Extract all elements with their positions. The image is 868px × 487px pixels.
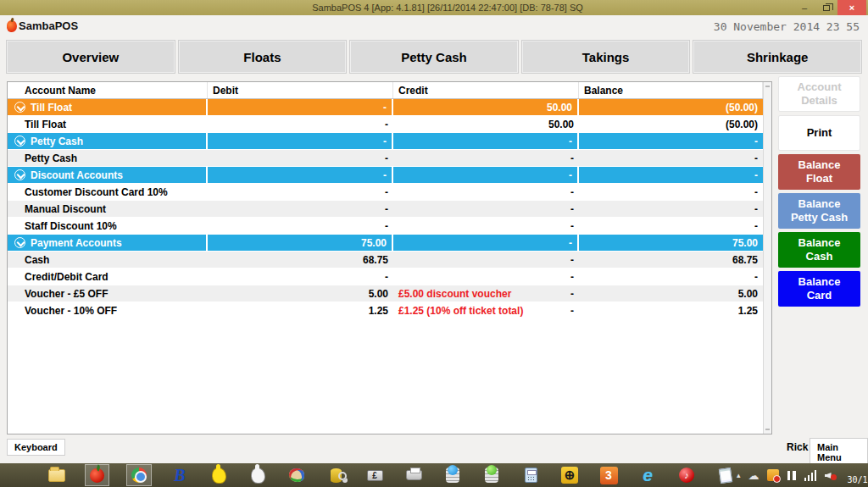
- blue-b-app-icon: B: [174, 466, 185, 485]
- app-alert-icon[interactable]: [767, 469, 779, 481]
- notepad-icon: [719, 468, 732, 484]
- network-signal-icon[interactable]: [804, 469, 817, 481]
- account-name: Discount Accounts: [31, 169, 123, 181]
- account-name-cell: Payment Accounts: [8, 235, 208, 251]
- account-row-petty-cash[interactable]: Petty Cash---: [8, 150, 763, 167]
- vertical-scrollbar[interactable]: [763, 82, 771, 434]
- database-key-icon[interactable]: [325, 464, 347, 486]
- debit-cell: -: [208, 218, 393, 234]
- account-name-cell: Cash: [8, 252, 208, 268]
- volume-muted-icon[interactable]: [825, 470, 837, 480]
- chrome-icon[interactable]: [126, 464, 152, 486]
- taskbar-clock[interactable]: 23:55 30/11/2014: [848, 465, 868, 485]
- credit-value: -: [570, 305, 574, 317]
- receipt-printer-icon: [406, 470, 422, 480]
- balance-float-button[interactable]: BalanceFloat: [778, 154, 860, 190]
- brand-name: SambaPOS: [19, 19, 78, 32]
- account-row-manual-discount[interactable]: Manual Discount---: [8, 201, 763, 218]
- balance-cell: (50.00): [579, 116, 763, 132]
- credit-value: 50.00: [548, 119, 574, 130]
- tab-floats[interactable]: Floats: [179, 41, 347, 73]
- scroll-down-arrow[interactable]: [765, 429, 770, 430]
- restore-button[interactable]: [815, 0, 837, 15]
- account-row-staff-discount-10[interactable]: Staff Discount 10%---: [8, 218, 763, 235]
- expand-collapse-icon[interactable]: [14, 237, 25, 248]
- expand-collapse-icon[interactable]: [14, 169, 25, 180]
- account-row-customer-discount-card-10[interactable]: Customer Discount Card 10%---: [8, 184, 763, 201]
- group-row-petty-cash[interactable]: Petty Cash---: [8, 133, 763, 150]
- calculator-icon[interactable]: [520, 464, 542, 486]
- credit-cell: -: [393, 201, 579, 217]
- credit-cell: 50.00: [393, 99, 579, 115]
- credit-cell: -: [393, 150, 579, 166]
- blue-b-app-icon[interactable]: B: [169, 464, 191, 486]
- banknotes-icon[interactable]: £: [364, 464, 386, 486]
- paint-palette-icon: [289, 468, 304, 482]
- balance-card-button[interactable]: BalanceCard: [778, 271, 860, 307]
- hidden-icons-arrow-icon[interactable]: ▴: [737, 471, 741, 479]
- credit-cell: -: [393, 218, 579, 234]
- notepad-icon[interactable]: [715, 464, 737, 486]
- file-explorer-icon[interactable]: [46, 464, 68, 486]
- group-row-discount-accounts[interactable]: Discount Accounts---: [8, 167, 763, 184]
- yellow-hand-icon[interactable]: [208, 464, 230, 486]
- credit-value: -: [570, 203, 574, 215]
- expand-collapse-icon[interactable]: [14, 136, 25, 147]
- sambapos-apple-icon[interactable]: [85, 464, 109, 486]
- account-name: Manual Discount: [25, 203, 106, 215]
- button-label-line: Details: [801, 94, 837, 108]
- globe-icon[interactable]: ⊕: [559, 464, 581, 486]
- debit-cell: -: [208, 99, 393, 115]
- account-name-cell: Voucher - £5 OFF: [8, 285, 208, 302]
- window-title: SambaPOS 4 [App: 4.1.81] [26/11/2014 22:…: [0, 3, 793, 13]
- account-row-cash[interactable]: Cash68.75-68.75: [8, 252, 763, 268]
- account-name-cell: Till Float: [8, 116, 208, 132]
- tab-petty-cash[interactable]: Petty Cash: [350, 41, 518, 73]
- credit-cell: -: [393, 235, 579, 251]
- tab-shrinkage[interactable]: Shrinkage: [693, 41, 861, 73]
- minimize-button[interactable]: –: [793, 0, 815, 15]
- print-button[interactable]: Print: [778, 115, 860, 151]
- white-hand-icon[interactable]: [247, 464, 269, 486]
- accounts-grid: Account NameDebitCreditBalance Till Floa…: [7, 81, 772, 434]
- main-menu-button[interactable]: Main Menu: [810, 438, 868, 467]
- receipt-printer-icon[interactable]: [403, 464, 425, 486]
- balance-cell: 75.00: [579, 235, 763, 251]
- close-button[interactable]: ×: [837, 0, 866, 15]
- account-name-cell: Petty Cash: [8, 150, 208, 166]
- keyboard-button[interactable]: Keyboard: [7, 439, 65, 456]
- scroll-up-arrow[interactable]: [765, 86, 770, 87]
- group-row-till-float[interactable]: Till Float-50.00(50.00): [8, 99, 763, 116]
- three-network-icon: 3: [600, 467, 618, 484]
- credit-cell: 50.00: [393, 116, 579, 132]
- removable-device-icon[interactable]: [787, 469, 797, 481]
- group-row-payment-accounts[interactable]: Payment Accounts75.00-75.00: [8, 235, 763, 252]
- credit-value: -: [569, 237, 572, 249]
- account-row-till-float[interactable]: Till Float-50.00(50.00): [8, 116, 763, 133]
- database-green-smiley-icon[interactable]: [481, 464, 503, 486]
- start-icon[interactable]: [7, 464, 29, 486]
- expand-collapse-icon[interactable]: [14, 102, 25, 113]
- account-row-credit-debit-card[interactable]: Credit/Debit Card---: [8, 268, 763, 285]
- system-tray: ▴☁ 23:55 30/11/2014: [737, 465, 868, 485]
- balance-cash-button[interactable]: BalanceCash: [778, 232, 860, 268]
- internet-explorer-icon: e: [643, 465, 653, 485]
- start-icon: [10, 468, 25, 483]
- account-row-voucher-10-off[interactable]: Voucher - 10% OFF1.25£1.25 (10% off tick…: [8, 302, 763, 319]
- debit-cell: 68.75: [208, 252, 393, 268]
- internet-explorer-icon[interactable]: e: [637, 464, 659, 486]
- tab-overview[interactable]: Overview: [7, 41, 175, 73]
- itunes-icon[interactable]: ♪: [676, 464, 698, 486]
- database-blue-smiley-icon[interactable]: [442, 464, 464, 486]
- credit-value: -: [570, 254, 574, 266]
- account-row-voucher-5-off[interactable]: Voucher - £5 OFF5.00£5.00 discount vouch…: [8, 285, 763, 302]
- balance-petty-cash-button[interactable]: BalancePetty Cash: [778, 193, 860, 229]
- paint-palette-icon[interactable]: [286, 464, 308, 486]
- window-titlebar: SambaPOS 4 [App: 4.1.81] [26/11/2014 22:…: [0, 0, 868, 15]
- onedrive-cloud-icon[interactable]: ☁: [748, 469, 760, 482]
- credit-cell: -: [393, 268, 579, 285]
- account-details-button: AccountDetails: [778, 76, 860, 112]
- three-network-icon[interactable]: 3: [598, 464, 620, 486]
- tab-takings[interactable]: Takings: [522, 41, 690, 73]
- grid-header-row: Account NameDebitCreditBalance: [8, 82, 763, 99]
